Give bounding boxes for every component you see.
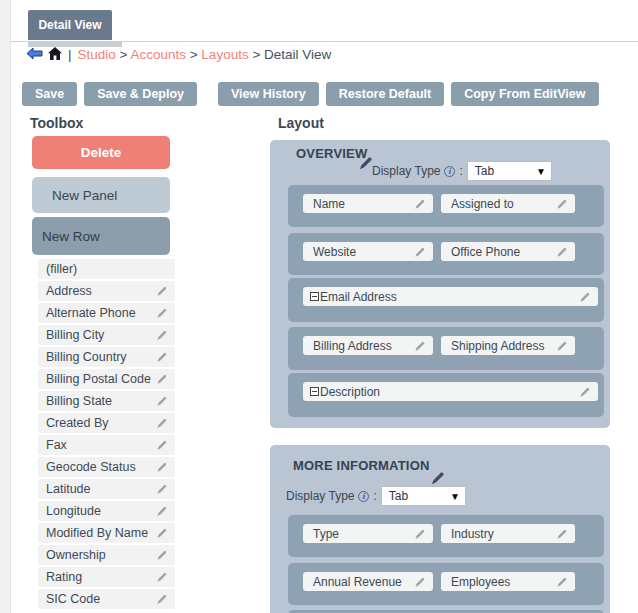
layout-field-label: Annual Revenue — [313, 575, 402, 589]
layout-row[interactable]: Annual RevenueEmployees — [288, 563, 604, 605]
edit-field-icon[interactable] — [156, 571, 168, 583]
layout-field-cell[interactable]: Name — [303, 194, 433, 213]
save-actions: SaveSave & Deploy — [22, 82, 197, 106]
display-type-select[interactable]: Tab▼ — [467, 161, 552, 181]
tab-detail-view[interactable]: Detail View — [28, 10, 112, 40]
info-icon[interactable]: i — [444, 166, 455, 177]
layout-field-label: Office Phone — [451, 245, 520, 259]
action-button[interactable]: View History — [218, 82, 319, 106]
toolbox-field[interactable]: (filler) — [38, 259, 175, 279]
history-actions: View HistoryRestore DefaultCopy From Edi… — [218, 82, 599, 106]
layout-field-cell[interactable]: Website — [303, 242, 433, 261]
toolbox-field[interactable]: Alternate Phone — [38, 303, 175, 323]
layout-field-label: Shipping Address — [451, 339, 544, 353]
toolbox-field[interactable]: Created By — [38, 413, 175, 433]
display-type-colon: : — [459, 164, 462, 178]
action-button[interactable]: Save & Deploy — [84, 82, 197, 106]
edit-cell-icon[interactable] — [556, 528, 568, 540]
layout-row[interactable]: Description — [288, 373, 604, 417]
info-icon[interactable]: i — [358, 491, 369, 502]
edit-cell-icon[interactable] — [579, 291, 591, 303]
edit-field-icon[interactable] — [156, 439, 168, 451]
breadcrumb-bar: | — [68, 47, 72, 62]
collapse-icon[interactable] — [310, 292, 319, 301]
breadcrumb-separator: > — [116, 47, 131, 62]
edit-field-icon[interactable] — [156, 593, 168, 605]
new-panel-button[interactable]: New Panel — [32, 177, 170, 213]
edit-field-icon[interactable] — [156, 461, 168, 473]
toolbox-field[interactable]: Billing City — [38, 325, 175, 345]
layout-field-cell[interactable]: Annual Revenue — [303, 572, 433, 591]
toolbox-field[interactable]: Address — [38, 281, 175, 301]
edit-cell-icon[interactable] — [556, 246, 568, 258]
layout-field-cell[interactable]: Email Address — [303, 287, 598, 306]
toolbox-field-label: Billing Postal Code — [46, 372, 151, 386]
toolbox-field-label: Created By — [46, 416, 109, 430]
edit-field-icon[interactable] — [156, 417, 168, 429]
toolbox-field[interactable]: Billing State — [38, 391, 175, 411]
delete-button[interactable]: Delete — [32, 136, 170, 169]
edit-panel-icon[interactable] — [430, 470, 446, 486]
layout-row[interactable]: WebsiteOffice Phone — [288, 233, 604, 275]
edit-field-icon[interactable] — [156, 527, 168, 539]
layout-field-cell[interactable]: Description — [303, 382, 598, 401]
edit-cell-icon[interactable] — [579, 386, 591, 398]
toolbox-field[interactable]: Fax — [38, 435, 175, 455]
edit-field-icon[interactable] — [156, 505, 168, 517]
toolbox-field[interactable]: SIC Code — [38, 589, 175, 609]
left-gutter — [0, 0, 11, 613]
edit-field-icon[interactable] — [156, 373, 168, 385]
toolbox-field[interactable]: Geocode Status — [38, 457, 175, 477]
layout-field-cell[interactable]: Employees — [441, 572, 575, 591]
toolbox-field-label: Fax — [46, 438, 67, 452]
edit-cell-icon[interactable] — [414, 340, 426, 352]
edit-cell-icon[interactable] — [414, 576, 426, 588]
layout-field-label: Name — [313, 197, 345, 211]
edit-cell-icon[interactable] — [414, 198, 426, 210]
layout-row[interactable]: TypeIndustry — [288, 515, 604, 557]
edit-field-icon[interactable] — [156, 307, 168, 319]
edit-field-icon[interactable] — [156, 285, 168, 297]
action-button[interactable]: Save — [22, 82, 77, 106]
layout-row[interactable]: Billing AddressShipping Address — [288, 327, 604, 370]
toolbox-field[interactable]: Modified By Name — [38, 523, 175, 543]
edit-cell-icon[interactable] — [414, 246, 426, 258]
display-type-select[interactable]: Tab▼ — [381, 486, 466, 506]
layout-row[interactable]: Email Address — [288, 278, 604, 322]
action-button[interactable]: Restore Default — [326, 82, 444, 106]
home-icon[interactable] — [48, 47, 62, 63]
edit-cell-icon[interactable] — [556, 340, 568, 352]
edit-field-icon[interactable] — [156, 351, 168, 363]
toolbox-field[interactable]: Latitude — [38, 479, 175, 499]
layout-field-cell[interactable]: Billing Address — [303, 336, 433, 355]
toolbox-field[interactable]: Billing Country — [38, 347, 175, 367]
toolbox-field[interactable]: Rating — [38, 567, 175, 587]
breadcrumb-link[interactable]: Layouts — [201, 47, 248, 62]
layout-field-cell[interactable]: Assigned to — [441, 194, 575, 213]
breadcrumb-link[interactable]: Accounts — [130, 47, 186, 62]
edit-cell-icon[interactable] — [556, 198, 568, 210]
layout-field-cell[interactable]: Shipping Address — [441, 336, 575, 355]
toolbox-field[interactable]: Longitude — [38, 501, 175, 521]
layout-field-cell[interactable]: Industry — [441, 524, 575, 543]
edit-cell-icon[interactable] — [556, 576, 568, 588]
display-type-control: Display Typei:Tab▼ — [286, 486, 466, 506]
layout-field-label: Description — [320, 385, 380, 399]
collapse-icon[interactable] — [310, 387, 319, 396]
edit-field-icon[interactable] — [156, 329, 168, 341]
back-arrow-icon[interactable] — [26, 47, 43, 63]
toolbox-field[interactable]: Ownership — [38, 545, 175, 565]
action-button[interactable]: Copy From EditView — [451, 82, 598, 106]
edit-field-icon[interactable] — [156, 483, 168, 495]
toolbox-field-label: Alternate Phone — [46, 306, 136, 320]
toolbox-field-label: Geocode Status — [46, 460, 136, 474]
layout-field-cell[interactable]: Office Phone — [441, 242, 575, 261]
edit-cell-icon[interactable] — [414, 528, 426, 540]
breadcrumb-link[interactable]: Studio — [78, 47, 116, 62]
layout-row[interactable]: NameAssigned to — [288, 185, 604, 227]
new-row-button[interactable]: New Row — [32, 217, 170, 255]
toolbox-field[interactable]: Billing Postal Code — [38, 369, 175, 389]
layout-field-cell[interactable]: Type — [303, 524, 433, 543]
edit-field-icon[interactable] — [156, 395, 168, 407]
edit-field-icon[interactable] — [156, 549, 168, 561]
